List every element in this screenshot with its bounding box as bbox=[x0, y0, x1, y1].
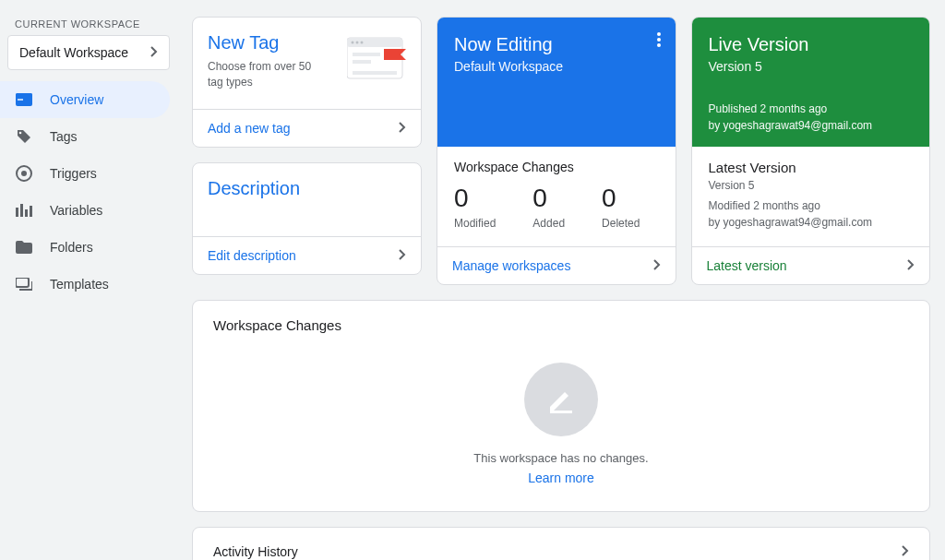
now-editing-body: Workspace Changes 0 Modified 0 Added 0 D… bbox=[437, 147, 676, 246]
stat-value: 0 bbox=[532, 184, 565, 213]
stat-modified: 0 Modified bbox=[454, 184, 496, 230]
overflow-menu-icon[interactable] bbox=[657, 32, 661, 50]
workspace-name: Default Workspace bbox=[19, 45, 128, 60]
svg-point-21 bbox=[657, 43, 661, 47]
overview-icon bbox=[15, 90, 33, 109]
live-version-title: Live Version bbox=[709, 34, 915, 55]
nav-label: Triggers bbox=[50, 166, 97, 181]
nav-label: Variables bbox=[50, 203, 102, 218]
workspace-changes-heading: Workspace Changes bbox=[193, 301, 929, 340]
now-editing-title: Now Editing bbox=[454, 34, 661, 55]
new-tag-subtitle: Choose from over 50 tag types bbox=[208, 59, 318, 90]
stat-value: 0 bbox=[602, 184, 640, 213]
latest-version-meta: Modified 2 months ago by yogeshagrawat94… bbox=[709, 197, 914, 231]
stat-label: Deleted bbox=[602, 217, 640, 230]
new-tag-card: New Tag Choose from over 50 tag types bbox=[192, 17, 422, 148]
nav-variables[interactable]: Variables bbox=[0, 192, 170, 229]
svg-point-15 bbox=[361, 42, 364, 44]
live-version-subtitle: Version 5 bbox=[709, 59, 915, 74]
live-version-meta: Published 2 months ago by yogeshagrawat9… bbox=[709, 101, 915, 134]
workspace-header: CURRENT WORKSPACE bbox=[0, 11, 177, 35]
add-tag-button[interactable]: Add a new tag bbox=[193, 109, 421, 147]
latest-version-button[interactable]: Latest version bbox=[692, 246, 930, 284]
svg-rect-6 bbox=[16, 208, 18, 217]
stat-label: Modified bbox=[454, 217, 496, 230]
activity-history-card: Activity History bbox=[192, 527, 930, 560]
now-editing-header: Now Editing Default Workspace bbox=[437, 18, 676, 147]
svg-rect-7 bbox=[20, 204, 23, 217]
learn-more-link[interactable]: Learn more bbox=[528, 471, 594, 485]
empty-message: This workspace has no changes. bbox=[193, 451, 929, 465]
workspace-changes-title: Workspace Changes bbox=[454, 160, 659, 174]
description-card: Description Edit description bbox=[192, 162, 422, 275]
published-by: by yogeshagrawat94@gmail.com bbox=[709, 117, 915, 134]
nav-templates[interactable]: Templates bbox=[0, 266, 170, 303]
main-content: New Tag Choose from over 50 tag types bbox=[185, 0, 945, 560]
variables-icon bbox=[15, 201, 33, 220]
svg-rect-12 bbox=[347, 38, 402, 47]
latest-version-title: Latest Version bbox=[709, 160, 914, 175]
chevron-right-icon bbox=[399, 248, 406, 263]
svg-point-3 bbox=[19, 132, 22, 135]
description-title: Description bbox=[208, 178, 406, 199]
left-column: New Tag Choose from over 50 tag types bbox=[192, 17, 422, 285]
svg-point-19 bbox=[657, 32, 661, 36]
latest-version-label: Latest version bbox=[707, 258, 787, 273]
description-body: Description bbox=[193, 163, 421, 236]
latest-version-number: Version 5 bbox=[709, 179, 914, 192]
nav-triggers[interactable]: Triggers bbox=[0, 155, 170, 192]
stat-label: Added bbox=[532, 217, 565, 230]
tag-illustration-icon bbox=[347, 36, 408, 80]
nav-label: Folders bbox=[50, 240, 93, 255]
add-tag-label: Add a new tag bbox=[208, 121, 291, 136]
latest-modified: Modified 2 months ago bbox=[709, 197, 914, 214]
svg-rect-2 bbox=[18, 99, 23, 101]
stat-deleted: 0 Deleted bbox=[602, 184, 640, 230]
workspace-selector[interactable]: Default Workspace bbox=[7, 35, 170, 70]
nav-tags[interactable]: Tags bbox=[0, 118, 170, 155]
nav-label: Templates bbox=[50, 277, 109, 292]
activity-history-button[interactable]: Activity History bbox=[193, 528, 929, 560]
chevron-right-icon bbox=[150, 45, 158, 60]
nav-label: Overview bbox=[50, 92, 103, 107]
published-time: Published 2 months ago bbox=[709, 101, 915, 117]
live-version-body: Latest Version Version 5 Modified 2 mont… bbox=[692, 147, 930, 246]
new-tag-body: New Tag Choose from over 50 tag types bbox=[193, 18, 421, 109]
svg-rect-8 bbox=[25, 209, 28, 217]
live-version-header: Live Version Version 5 Published 2 month… bbox=[692, 18, 930, 147]
top-cards-row: New Tag Choose from over 50 tag types bbox=[192, 17, 930, 285]
svg-point-20 bbox=[657, 38, 661, 42]
edit-description-button[interactable]: Edit description bbox=[193, 236, 421, 274]
now-editing-card: Now Editing Default Workspace Workspace … bbox=[437, 17, 676, 285]
svg-rect-1 bbox=[16, 93, 32, 97]
nav-folders[interactable]: Folders bbox=[0, 229, 170, 266]
edit-description-label: Edit description bbox=[208, 248, 296, 263]
chevron-right-icon bbox=[902, 544, 909, 559]
now-editing-subtitle: Default Workspace bbox=[454, 59, 661, 74]
template-icon bbox=[15, 275, 33, 293]
svg-point-13 bbox=[352, 42, 354, 44]
svg-rect-18 bbox=[353, 71, 397, 75]
stats-row: 0 Modified 0 Added 0 Deleted bbox=[454, 184, 659, 230]
latest-by: by yogeshagrawat94@gmail.com bbox=[709, 214, 914, 231]
live-version-card: Live Version Version 5 Published 2 month… bbox=[691, 17, 931, 285]
activity-history-title: Activity History bbox=[213, 544, 298, 559]
folder-icon bbox=[15, 238, 33, 256]
edit-icon bbox=[524, 363, 598, 436]
tag-icon bbox=[15, 127, 33, 146]
stat-value: 0 bbox=[454, 184, 496, 213]
svg-rect-10 bbox=[16, 278, 29, 287]
workspace-changes-card: Workspace Changes This workspace has no … bbox=[192, 300, 930, 512]
manage-workspaces-label: Manage workspaces bbox=[452, 258, 570, 273]
manage-workspaces-button[interactable]: Manage workspaces bbox=[437, 246, 676, 284]
stat-added: 0 Added bbox=[532, 184, 565, 230]
nav-overview[interactable]: Overview bbox=[0, 81, 170, 118]
svg-point-14 bbox=[356, 42, 359, 44]
nav-list: Overview Tags Triggers Variables Folders bbox=[0, 81, 177, 303]
svg-rect-9 bbox=[30, 206, 32, 217]
nav-label: Tags bbox=[50, 129, 78, 144]
svg-rect-16 bbox=[353, 53, 380, 56]
svg-point-5 bbox=[21, 171, 27, 176]
svg-rect-22 bbox=[550, 411, 572, 413]
empty-state: This workspace has no changes. Learn mor… bbox=[193, 340, 929, 511]
